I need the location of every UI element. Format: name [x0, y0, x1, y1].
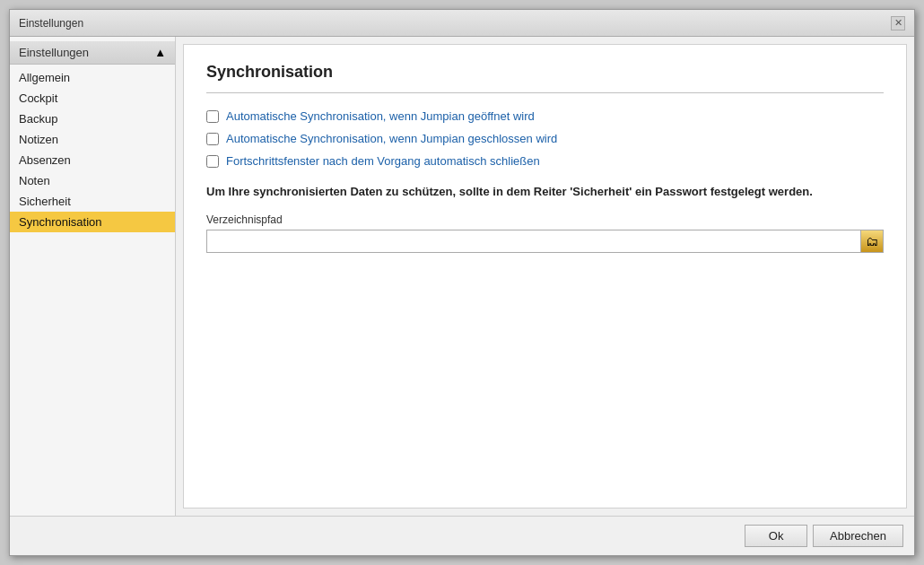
sidebar-item-cockpit[interactable]: Cockpit: [10, 88, 175, 109]
checkbox-row-2: Automatische Synchronisation, wenn Jumpi…: [206, 132, 884, 145]
sidebar-item-backup[interactable]: Backup: [10, 109, 175, 129]
ok-button[interactable]: Ok: [745, 525, 807, 547]
chevron-up-icon: ▲: [154, 46, 166, 59]
browse-button[interactable]: 🗂: [860, 230, 884, 253]
cancel-button[interactable]: Abbrechen: [813, 525, 903, 547]
sidebar-item-absenzen[interactable]: Absenzen: [10, 150, 175, 170]
close-button[interactable]: ✕: [891, 16, 905, 30]
path-input[interactable]: [206, 230, 860, 253]
checkbox-row-3: Fortschrittsfenster nach dem Vorgang aut…: [206, 154, 884, 168]
sidebar-item-sicherheit[interactable]: Sicherheit: [10, 191, 175, 212]
sidebar-item-noten[interactable]: Noten: [10, 170, 175, 191]
main-content: Synchronisation Automatische Synchronisa…: [183, 44, 907, 508]
footer: Ok Abbrechen: [10, 516, 914, 555]
path-field-label: Verzeichnispfad: [206, 213, 884, 226]
window-title: Einstellungen: [19, 17, 83, 30]
auto-sync-close-label[interactable]: Automatische Synchronisation, wenn Jumpi…: [226, 132, 557, 145]
close-progress-label[interactable]: Fortschrittsfenster nach dem Vorgang aut…: [226, 154, 540, 168]
sidebar-item-notizen[interactable]: Notizen: [10, 129, 175, 150]
folder-icon: 🗂: [866, 234, 878, 248]
path-input-row: 🗂: [206, 230, 884, 253]
title-bar: Einstellungen ✕: [10, 10, 914, 37]
warning-text: Um Ihre synchronisierten Daten zu schütz…: [206, 184, 884, 200]
page-title: Synchronisation: [206, 63, 884, 82]
settings-window: Einstellungen ✕ Einstellungen ▲ Allgemei…: [9, 9, 915, 556]
auto-sync-open-label[interactable]: Automatische Synchronisation, wenn Jumpi…: [226, 109, 535, 123]
sidebar-header-label: Einstellungen: [19, 46, 89, 59]
sidebar: Einstellungen ▲ Allgemein Cockpit Backup…: [10, 37, 176, 516]
close-progress-checkbox[interactable]: [206, 155, 219, 168]
window-body: Einstellungen ▲ Allgemein Cockpit Backup…: [10, 37, 914, 516]
section-divider: [206, 92, 884, 93]
auto-sync-close-checkbox[interactable]: [206, 133, 219, 145]
checkbox-row-1: Automatische Synchronisation, wenn Jumpi…: [206, 109, 884, 123]
sidebar-item-synchronisation[interactable]: Synchronisation: [10, 212, 175, 232]
sidebar-header[interactable]: Einstellungen ▲: [10, 41, 175, 65]
auto-sync-open-checkbox[interactable]: [206, 110, 219, 123]
sidebar-item-allgemein[interactable]: Allgemein: [10, 67, 175, 88]
